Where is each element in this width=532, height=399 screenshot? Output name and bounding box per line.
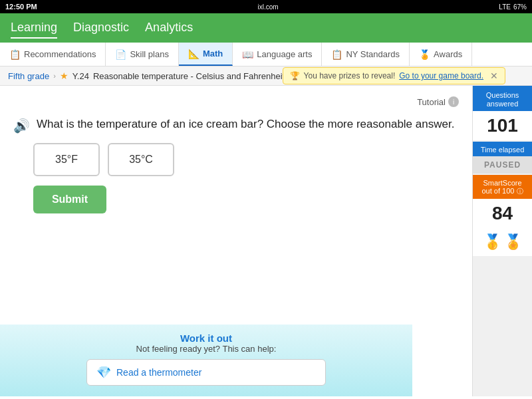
tab-math[interactable]: 📐 Math: [179, 43, 233, 66]
sound-icon[interactable]: 🔊: [13, 118, 30, 134]
breadcrumb-sep: ›: [53, 72, 56, 80]
language-arts-icon: 📖: [242, 49, 253, 60]
nav-learning[interactable]: Learning: [11, 18, 57, 39]
help-link-text: Read a thermometer: [116, 367, 201, 378]
top-nav: Learning Diagnostic Analytics: [0, 13, 532, 43]
status-time: 12:50 PM: [5, 3, 37, 11]
tutorial-row: Tutorial i: [13, 96, 459, 107]
submit-button[interactable]: Submit: [33, 186, 106, 213]
right-panel: Questions answered 101 Time elapsed PAUS…: [472, 86, 532, 396]
badges-row: 🥇 🏅: [473, 228, 532, 256]
ss-number: 84: [473, 199, 532, 228]
breadcrumb-grade[interactable]: Fifth grade: [8, 71, 49, 81]
answer-35c[interactable]: 35°C: [108, 143, 174, 176]
status-right: LTE 67%: [499, 3, 527, 11]
badge-blue: 🏅: [504, 233, 522, 251]
smartscore-box: SmartScore out of 100 ⓘ: [473, 175, 532, 199]
nav-diagnostic[interactable]: Diagnostic: [73, 18, 129, 39]
time-elapsed-box: Time elapsed: [473, 142, 532, 156]
trophy-icon: 🏆: [290, 71, 300, 80]
diamond-icon: 💎: [96, 365, 111, 380]
breadcrumb-bar: Fifth grade › ★ Y.24 Reasonable temperat…: [0, 66, 532, 86]
ny-standards-icon: 📋: [331, 49, 342, 60]
tab-awards[interactable]: 🏅 Awards: [410, 43, 472, 66]
signal-icon: LTE: [499, 3, 511, 11]
awards-icon: 🏅: [419, 49, 430, 60]
battery-icon: 67%: [513, 3, 527, 11]
badge-gold: 🥇: [483, 233, 501, 251]
paused-box: PAUSED: [473, 156, 532, 174]
game-board-link[interactable]: Go to your game board.: [399, 71, 483, 80]
te-label: Time elapsed: [475, 146, 529, 154]
prize-close-button[interactable]: ✕: [490, 70, 498, 81]
work-subtitle: Not feeling ready yet? This can help:: [13, 344, 399, 354]
info-icon-ss[interactable]: ⓘ: [517, 188, 523, 195]
question-text: What is the temperature of an ice cream …: [37, 116, 454, 132]
recommendations-icon: 📋: [9, 49, 21, 60]
tutorial-label: Tutorial: [417, 97, 446, 107]
work-it-out: Work it out Not feeling ready yet? This …: [0, 325, 412, 396]
main-area: Tutorial i 🔊 What is the temperature of …: [0, 86, 532, 396]
qa-label: Questions answered: [475, 91, 529, 108]
qa-number: 101: [473, 111, 532, 140]
tutorial-info-button[interactable]: i: [448, 96, 459, 107]
status-domain: ixl.com: [257, 3, 278, 11]
help-link[interactable]: 💎 Read a thermometer: [86, 359, 326, 386]
prize-banner: 🏆 You have prizes to reveal! Go to your …: [283, 67, 505, 84]
tab-bar: 📋 Recommendations 📄 Skill plans 📐 Math 📖…: [0, 43, 532, 66]
ss-label: SmartScore out of 100 ⓘ: [475, 179, 529, 196]
question-row: 🔊 What is the temperature of an ice crea…: [13, 116, 459, 134]
tab-recommendations[interactable]: 📋 Recommendations: [0, 43, 106, 66]
answer-35f[interactable]: 35°F: [33, 143, 100, 176]
tab-language-arts[interactable]: 📖 Language arts: [233, 43, 322, 66]
questions-answered-box: Questions answered: [473, 86, 532, 111]
star-icon: ★: [60, 70, 68, 81]
math-icon: 📐: [188, 49, 200, 59]
tab-ny-standards[interactable]: 📋 NY Standards: [322, 43, 410, 66]
status-bar: 12:50 PM ixl.com LTE 67%: [0, 0, 532, 13]
skill-plans-icon: 📄: [115, 49, 126, 60]
nav-analytics[interactable]: Analytics: [145, 18, 193, 39]
work-title: Work it out: [13, 332, 399, 344]
answer-choices: 35°F 35°C: [33, 143, 459, 176]
skill-name: Reasonable temperature - Celsius and Fah…: [93, 71, 285, 81]
question-panel: Tutorial i 🔊 What is the temperature of …: [0, 86, 472, 396]
tab-skill-plans[interactable]: 📄 Skill plans: [106, 43, 179, 66]
skill-id: Y.24: [72, 71, 89, 81]
